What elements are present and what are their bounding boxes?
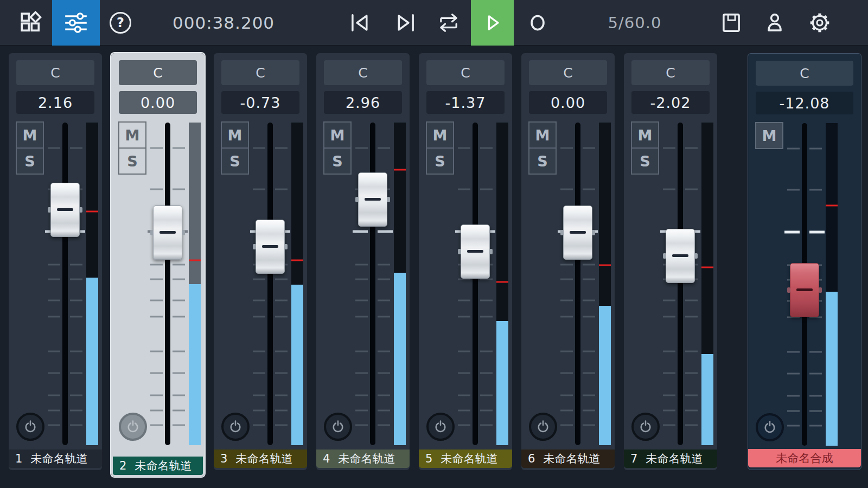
channel-label[interactable]: 5 未命名轨道 <box>419 450 512 468</box>
fader-tick <box>583 316 595 318</box>
fader-tick <box>150 351 163 352</box>
channel-label[interactable]: 7 未命名轨道 <box>624 450 717 468</box>
loop-button[interactable] <box>433 0 464 46</box>
fader-cap[interactable] <box>358 172 387 227</box>
channel-label[interactable]: 4 未命名轨道 <box>316 450 410 468</box>
channel-strip[interactable]: C 0.00 M S 2 未命名轨道 <box>111 53 205 477</box>
fader-cap[interactable] <box>790 263 819 317</box>
fader-cap[interactable] <box>256 220 285 274</box>
fader-track[interactable] <box>62 123 68 445</box>
power-button[interactable] <box>324 413 352 441</box>
channel-strip[interactable]: C -1.37 M S 5 未命名轨道 <box>419 53 512 470</box>
fader-track[interactable] <box>165 123 170 445</box>
pan-button[interactable]: C <box>324 60 402 85</box>
fader-zone <box>419 123 512 445</box>
fader-tick <box>685 409 698 411</box>
gain-value[interactable]: 0.00 <box>119 91 197 114</box>
fader-cap-line <box>159 231 176 234</box>
record-button[interactable] <box>524 0 551 46</box>
peak-line <box>496 281 508 282</box>
skip-back-button[interactable] <box>347 0 374 46</box>
skip-forward-button[interactable] <box>392 0 419 46</box>
pan-button[interactable]: C <box>756 61 853 86</box>
layout-button[interactable] <box>16 0 46 46</box>
gain-value[interactable]: -2.02 <box>631 91 710 114</box>
fader-tick <box>378 279 390 280</box>
gain-value[interactable]: -1.37 <box>426 91 505 114</box>
fader-tick <box>150 189 163 190</box>
pan-button[interactable]: C <box>221 60 299 85</box>
power-button[interactable] <box>119 413 147 441</box>
fader-cap[interactable] <box>563 206 592 260</box>
play-button[interactable] <box>471 0 514 46</box>
power-button[interactable] <box>221 413 250 441</box>
fader-tick <box>809 395 822 397</box>
channel-strip[interactable]: C 2.16 M S 1 未命名轨道 <box>9 53 102 470</box>
power-button[interactable] <box>16 413 44 441</box>
fader-zone <box>521 123 615 445</box>
power-button[interactable] <box>426 413 455 441</box>
user-button[interactable] <box>761 0 788 46</box>
fader-cap[interactable] <box>50 183 80 237</box>
fader-cap[interactable] <box>461 224 490 279</box>
channel-strip[interactable]: C -2.02 M S 7 未命名轨道 <box>624 53 717 470</box>
fader-track[interactable] <box>575 123 580 445</box>
fader-tick <box>253 147 265 149</box>
fader-tick <box>48 395 60 396</box>
power-button[interactable] <box>631 413 660 441</box>
power-icon <box>637 419 654 435</box>
channel-name: 未命名轨道 <box>338 451 395 466</box>
channel-label[interactable]: 1 未命名轨道 <box>9 450 102 468</box>
fader-track[interactable] <box>678 123 683 445</box>
pan-button[interactable]: C <box>426 60 505 85</box>
channel-label[interactable]: 2 未命名轨道 <box>113 457 203 475</box>
power-button[interactable] <box>756 413 784 441</box>
help-button[interactable]: ? <box>107 0 134 46</box>
fader-tick <box>48 147 60 149</box>
fader-tick <box>70 409 82 411</box>
fader-track[interactable] <box>267 123 273 445</box>
fader-tick <box>583 425 595 426</box>
gain-value[interactable]: -0.73 <box>221 91 299 114</box>
fader-tick <box>173 147 185 149</box>
mixer-icon <box>64 12 88 33</box>
pan-button[interactable]: C <box>529 60 607 85</box>
fader-tick <box>355 300 368 301</box>
fader-cap-line <box>672 254 688 257</box>
channel-label[interactable]: 6 未命名轨道 <box>521 450 615 468</box>
fader-tick <box>663 395 675 396</box>
gain-value[interactable]: 2.16 <box>16 91 94 114</box>
time-display[interactable]: 000:38.200 <box>173 0 275 46</box>
channel-strip[interactable]: C 0.00 M S 6 未命名轨道 <box>521 53 615 470</box>
channel-label[interactable]: 3 未命名轨道 <box>214 450 307 468</box>
position-display[interactable]: 5/60.0 <box>591 0 678 46</box>
fader-tick <box>480 351 493 352</box>
power-icon <box>227 419 244 435</box>
fader-tick <box>48 425 60 426</box>
fader-tick <box>355 395 368 396</box>
fader-track[interactable] <box>473 123 478 445</box>
gain-value[interactable]: 2.96 <box>324 91 402 114</box>
fader-track[interactable] <box>370 123 375 445</box>
settings-button[interactable] <box>806 0 833 46</box>
fader-tick <box>560 189 573 190</box>
save-button[interactable] <box>718 0 745 46</box>
pan-button[interactable]: C <box>631 60 710 85</box>
fader-tick <box>70 395 82 396</box>
fader-tick <box>173 351 185 352</box>
pan-button[interactable]: C <box>119 60 197 85</box>
fader-tick <box>560 372 573 374</box>
mixer-button[interactable] <box>52 0 100 46</box>
channel-strip[interactable]: C 2.96 M S 4 未命名轨道 <box>316 53 410 470</box>
channel-label[interactable]: 未命名合成 <box>748 449 861 467</box>
channel-strip[interactable]: C -12.08 M 未命名合成 <box>748 53 861 470</box>
pan-button[interactable]: C <box>16 60 94 85</box>
fader-cap[interactable] <box>153 206 182 260</box>
gain-value[interactable]: -12.08 <box>756 92 853 114</box>
power-button[interactable] <box>529 413 557 441</box>
gain-value[interactable]: 0.00 <box>529 91 607 114</box>
fader-cap[interactable] <box>666 229 695 283</box>
channel-strip[interactable]: C -0.73 M S 3 未命名轨道 <box>214 53 307 470</box>
fader-tick <box>560 425 573 426</box>
fader-tick <box>173 316 185 318</box>
